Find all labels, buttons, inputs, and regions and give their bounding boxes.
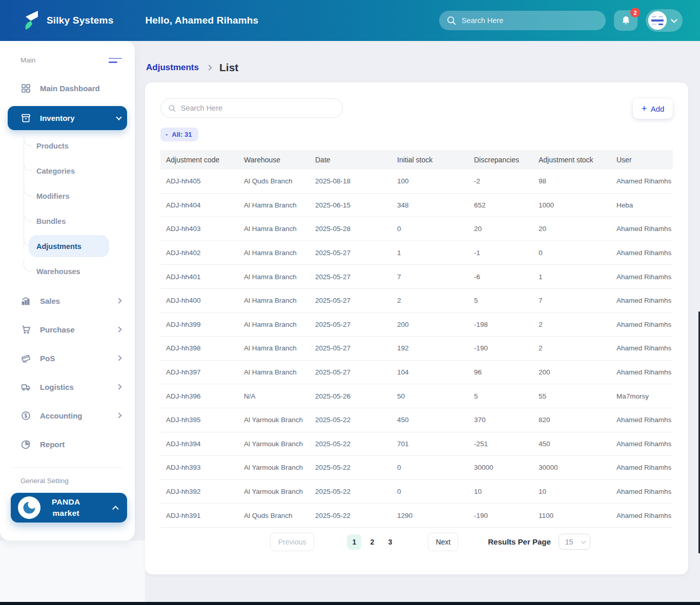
table-cell: 2	[533, 312, 611, 337]
table-cell: 652	[468, 193, 533, 217]
table-cell: 96	[468, 360, 533, 384]
table-cell: -198	[468, 312, 533, 337]
table-cell: -2	[468, 170, 533, 193]
page-button-3[interactable]: 3	[383, 534, 397, 550]
main-content: Adjustments List + Add - All: 31	[135, 41, 700, 605]
table-cell: 200	[392, 312, 468, 337]
table-row[interactable]: ADJ-hh400Al Hamra Branch2025-05-27257Aha…	[160, 288, 673, 312]
table-cell: ADJ-hh402	[160, 241, 238, 265]
table-cell: ADJ-hh404	[160, 193, 238, 217]
notifications-button[interactable]: 2	[614, 10, 637, 31]
table-cell: 7	[392, 265, 468, 289]
table-cell: 370	[468, 408, 533, 432]
sidebar-subitem-adjustments[interactable]: Adjustments	[24, 234, 127, 259]
table-cell: Ahamed Rihamhs	[611, 456, 673, 480]
page-button-2[interactable]: 2	[365, 534, 379, 550]
previous-page-button[interactable]: Previous	[270, 533, 314, 551]
table-cell: 200	[533, 360, 611, 384]
chevron-right-icon	[116, 412, 121, 418]
table-search-input[interactable]	[181, 104, 335, 112]
breadcrumb: Adjustments List	[145, 61, 688, 74]
table-cell: 2	[392, 288, 468, 312]
table-cell: 450	[533, 432, 611, 456]
table-cell: 2025-05-22	[310, 479, 392, 504]
sidebar-item-label: Logistics	[40, 383, 74, 391]
table-cell: 98	[533, 170, 611, 193]
sidebar-item-sales[interactable]: Sales	[8, 289, 127, 312]
table-cell: 7	[533, 288, 611, 312]
sidebar-subitem-label: Products	[36, 142, 69, 150]
column-header: Initial stock	[392, 150, 468, 170]
panda-market-button[interactable]: PANDA market	[11, 493, 127, 523]
header-search-input[interactable]	[462, 16, 599, 25]
table-row[interactable]: ADJ-hh398Al Hamra Branch2025-05-27192-19…	[160, 337, 673, 361]
brand[interactable]: Silky Systems	[0, 10, 113, 31]
pos-card-icon	[20, 353, 31, 364]
table-row[interactable]: ADJ-hh395Al Yarmouk Branch2025-05-224503…	[160, 408, 673, 432]
sidebar-subitem-bundles[interactable]: Bundles	[24, 208, 127, 234]
inventory-submenu: ProductsCategoriesModifiersBundlesAdjust…	[24, 133, 127, 284]
sidebar-item-main-dashboard[interactable]: Main Dashboard	[8, 76, 127, 100]
table-cell: Al Yarmouk Branch	[238, 479, 310, 504]
search-icon	[446, 15, 457, 26]
filter-badge-all[interactable]: - All: 31	[160, 128, 198, 141]
sidebar-subitem-warehouses[interactable]: Warehouses	[24, 259, 127, 284]
sidebar-collapse-icon[interactable]	[109, 58, 122, 63]
general-setting-label: General Setting	[8, 468, 127, 485]
page-button-1[interactable]: 1	[347, 534, 361, 550]
search-icon	[168, 104, 176, 113]
table-row[interactable]: ADJ-hh399Al Hamra Branch2025-05-27200-19…	[160, 312, 673, 337]
table-row[interactable]: ADJ-hh401Al Hamra Branch2025-05-277-61Ah…	[160, 265, 673, 289]
table-cell: 820	[533, 408, 611, 432]
purchase-cart-icon	[20, 324, 31, 335]
sidebar-subitem-categories[interactable]: Categories	[24, 158, 127, 183]
table-cell: 2025-05-27	[310, 241, 392, 265]
table-row[interactable]: ADJ-hh393Al Yarmouk Branch2025-05-220300…	[160, 456, 673, 480]
results-per-page-select[interactable]: 15	[559, 534, 590, 550]
user-menu[interactable]	[646, 9, 683, 32]
sidebar-item-accounting[interactable]: Accounting	[8, 404, 127, 427]
table-search[interactable]	[160, 98, 343, 118]
table-row[interactable]: ADJ-hh392Al Yarmouk Branch2025-05-220101…	[160, 479, 673, 504]
table-row[interactable]: ADJ-hh402Al Hamra Branch2025-05-271-10Ah…	[160, 241, 673, 265]
sidebar-item-label: Report	[40, 440, 65, 449]
sidebar-item-report[interactable]: Report	[8, 432, 127, 456]
table-cell: 1290	[392, 504, 468, 528]
table-row[interactable]: ADJ-hh391Al Quds Branch2025-05-221290-19…	[160, 504, 673, 528]
table-cell: Al Hamra Branch	[238, 312, 310, 337]
sidebar-subitem-label: Modifiers	[36, 192, 69, 200]
table-cell: 2025-06-15	[310, 193, 392, 217]
table-row[interactable]: ADJ-hh404Al Hamra Branch2025-06-15348652…	[160, 193, 673, 217]
sidebar-item-label: Sales	[40, 297, 60, 305]
next-page-button[interactable]: Next	[428, 533, 458, 551]
logistics-truck-icon	[20, 382, 31, 392]
sidebar-item-inventory[interactable]: Inventory	[8, 106, 127, 130]
sidebar-subitem-products[interactable]: Products	[24, 133, 127, 158]
sidebar-subitem-modifiers[interactable]: Modifiers	[24, 183, 127, 208]
column-header: User	[611, 150, 673, 170]
adjustments-table: Adjustment codeWarehouseDateInitial stoc…	[160, 150, 673, 528]
accounting-dollar-icon	[20, 410, 31, 421]
bottom-bar	[0, 602, 700, 605]
table-cell: ADJ-hh399	[160, 312, 238, 337]
sidebar-item-logistics[interactable]: Logistics	[8, 375, 127, 399]
table-row[interactable]: ADJ-hh403Al Hamra Branch2025-05-2802020A…	[160, 217, 673, 241]
brand-name: Silky Systems	[47, 15, 113, 26]
table-row[interactable]: ADJ-hh394Al Yarmouk Branch2025-05-22701-…	[160, 432, 673, 456]
table-row[interactable]: ADJ-hh405Al Quds Branch2025-08-18100-298…	[160, 170, 673, 193]
table-cell: ADJ-hh397	[160, 360, 238, 384]
breadcrumb-parent[interactable]: Adjustments	[146, 62, 199, 73]
table-row[interactable]: ADJ-hh396N/A2025-05-2650555Ma7morsy	[160, 384, 673, 408]
table-header-row: Adjustment codeWarehouseDateInitial stoc…	[160, 150, 673, 170]
add-button[interactable]: + Add	[633, 98, 673, 119]
table-cell: ADJ-hh403	[160, 217, 238, 241]
header-search[interactable]	[439, 11, 606, 30]
sidebar-item-purchase[interactable]: Purchase	[8, 318, 127, 341]
table-cell: Al Quds Branch	[238, 170, 310, 193]
sidebar-subitem-label: Bundles	[36, 217, 66, 225]
table-cell: 701	[392, 432, 468, 456]
table-cell: 2025-05-22	[310, 504, 392, 528]
table-cell: Al Hamra Branch	[238, 193, 310, 217]
table-row[interactable]: ADJ-hh397Al Hamra Branch2025-05-27104962…	[160, 360, 673, 384]
sidebar-item-pos[interactable]: PoS	[8, 346, 127, 370]
